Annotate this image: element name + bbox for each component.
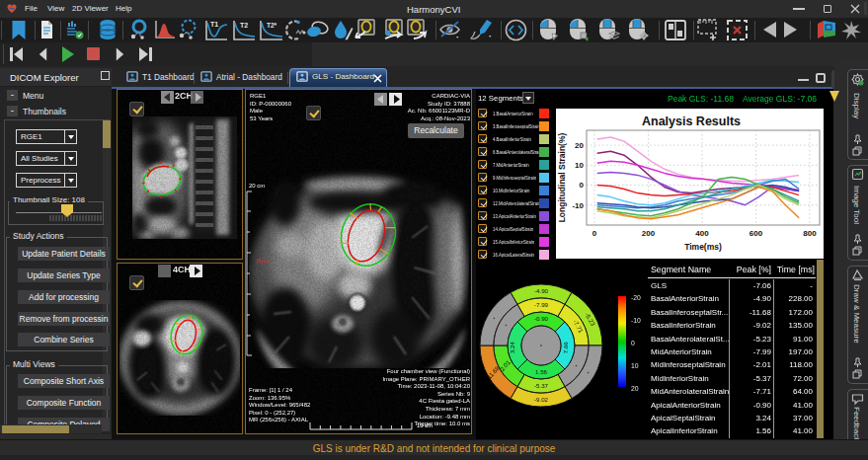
- svg-text:Analysis Results: Analysis Results: [642, 115, 741, 128]
- svg-text:T2*: T2*: [267, 22, 277, 29]
- svg-text:800: 800: [803, 229, 817, 238]
- svg-text:T1: T1: [210, 21, 218, 28]
- svg-text:0: 0: [631, 340, 635, 346]
- svg-text:10: 10: [631, 362, 639, 369]
- svg-text:10: 10: [575, 161, 584, 170]
- svg-text:20: 20: [631, 385, 639, 392]
- svg-text:Longitudinal Strain(%): Longitudinal Strain(%): [557, 133, 567, 223]
- svg-text:7.66: 7.66: [562, 342, 569, 354]
- svg-text:-4.90: -4.90: [534, 287, 549, 294]
- svg-text:200: 200: [642, 229, 656, 238]
- svg-text:-20: -20: [631, 294, 641, 301]
- svg-text:-7.99: -7.99: [534, 301, 549, 308]
- svg-text:1.56: 1.56: [535, 368, 548, 375]
- svg-text:-0.90: -0.90: [534, 315, 549, 322]
- svg-text:-5.37: -5.37: [534, 382, 549, 389]
- svg-text:Time(ms): Time(ms): [684, 242, 722, 252]
- svg-text:20: 20: [575, 141, 584, 150]
- svg-text:0: 0: [580, 181, 585, 190]
- svg-text:600: 600: [750, 229, 763, 238]
- svg-text:400: 400: [695, 229, 709, 238]
- svg-text:3.24: 3.24: [509, 342, 515, 354]
- svg-text:-10: -10: [572, 201, 584, 210]
- svg-text:-9.02: -9.02: [534, 396, 549, 403]
- svg-text:-10: -10: [631, 317, 641, 324]
- svg-text:T2: T2: [240, 22, 248, 29]
- svg-text:0: 0: [592, 229, 597, 238]
